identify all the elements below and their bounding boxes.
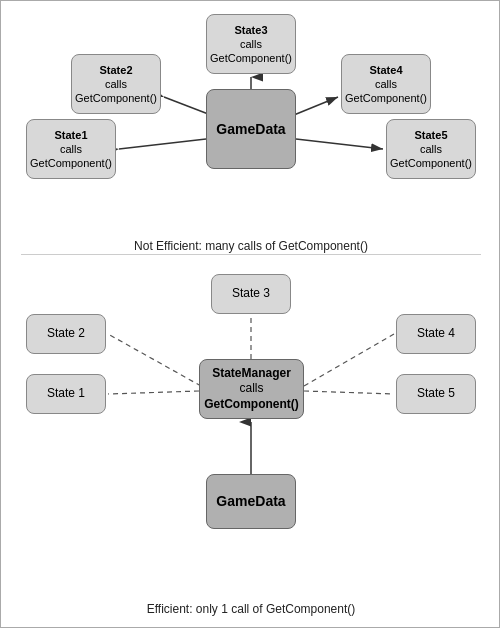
top-state4-line1: State4	[369, 63, 402, 77]
bottom-state4-label: State 4	[417, 326, 455, 342]
bottom-state3-node: State 3	[211, 274, 291, 314]
top-caption: Not Efficient: many calls of GetComponen…	[1, 239, 500, 253]
bottom-state1-label: State 1	[47, 386, 85, 402]
top-state2-line1: State2	[99, 63, 132, 77]
top-state5-line2: calls	[420, 142, 442, 156]
bottom-state2-node: State 2	[26, 314, 106, 354]
top-state5-node: State5 calls GetComponent()	[386, 119, 476, 179]
top-state4-node: State4 calls GetComponent()	[341, 54, 431, 114]
bottom-caption: Efficient: only 1 call of GetComponent()	[1, 602, 500, 616]
bottom-statemanager-line3: GetComponent()	[204, 397, 299, 413]
top-state4-line2: calls	[375, 77, 397, 91]
top-state1-node: State1 calls GetComponent()	[26, 119, 116, 179]
diagram-container: GameData State1 calls GetComponent() Sta…	[1, 1, 500, 628]
bottom-statemanager-node: StateManager calls GetComponent()	[199, 359, 304, 419]
top-gamedata-node: GameData	[206, 89, 296, 169]
top-state5-line1: State5	[414, 128, 447, 142]
section-divider	[21, 254, 481, 255]
bottom-gamedata-node: GameData	[206, 474, 296, 529]
top-state2-line2: calls	[105, 77, 127, 91]
svg-line-7	[296, 139, 383, 149]
svg-line-9	[108, 334, 201, 386]
svg-line-6	[289, 97, 338, 117]
bottom-state4-node: State 4	[396, 314, 476, 354]
top-state2-line3: GetComponent()	[75, 91, 157, 105]
svg-line-12	[108, 391, 199, 394]
top-state3-node: State3 calls GetComponent()	[206, 14, 296, 74]
svg-line-13	[304, 391, 394, 394]
top-state2-node: State2 calls GetComponent()	[71, 54, 161, 114]
svg-line-3	[119, 139, 206, 149]
bottom-statemanager-line1: StateManager	[212, 366, 291, 382]
bottom-gamedata-label: GameData	[216, 492, 285, 510]
bottom-statemanager-line2: calls	[239, 381, 263, 397]
top-state5-line3: GetComponent()	[390, 156, 472, 170]
top-state3-line1: State3	[234, 23, 267, 37]
top-state1-line1: State1	[54, 128, 87, 142]
top-caption-text: Not Efficient: many calls of GetComponen…	[134, 239, 368, 253]
bottom-state3-label: State 3	[232, 286, 270, 302]
top-state3-line3: GetComponent()	[210, 51, 292, 65]
bottom-state5-label: State 5	[417, 386, 455, 402]
bottom-section: State 2 State 3 State 4 State 1 StateMan…	[1, 259, 500, 624]
bottom-caption-text: Efficient: only 1 call of GetComponent()	[147, 602, 356, 616]
svg-line-11	[304, 334, 394, 386]
bottom-state1-node: State 1	[26, 374, 106, 414]
top-gamedata-label: GameData	[216, 120, 285, 138]
top-state3-line2: calls	[240, 37, 262, 51]
top-state1-line2: calls	[60, 142, 82, 156]
top-section: GameData State1 calls GetComponent() Sta…	[1, 9, 500, 259]
top-state1-line3: GetComponent()	[30, 156, 112, 170]
bottom-state2-label: State 2	[47, 326, 85, 342]
bottom-state5-node: State 5	[396, 374, 476, 414]
top-state4-line3: GetComponent()	[345, 91, 427, 105]
